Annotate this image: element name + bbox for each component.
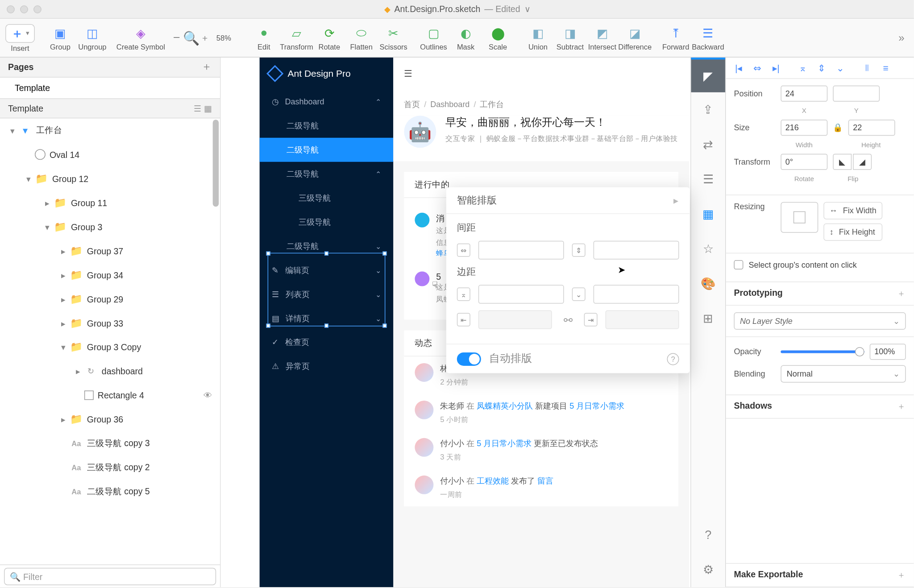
- visibility-icon[interactable]: 👁: [204, 390, 212, 400]
- group-button[interactable]: ▣Group: [44, 25, 76, 50]
- spacing-v-input[interactable]: [594, 241, 679, 260]
- layer-style-select[interactable]: No Layer Style⌄: [734, 312, 906, 330]
- rotate-button[interactable]: ⟳Rotate: [313, 25, 345, 50]
- select-group-checkbox[interactable]: [734, 260, 743, 269]
- auto-layout-toggle[interactable]: [457, 352, 481, 365]
- create-symbol-button[interactable]: ◈Create Symbol: [116, 25, 165, 50]
- margin-right-input[interactable]: [606, 311, 679, 329]
- filter-input[interactable]: 🔍 Filter: [4, 568, 216, 585]
- chevron-icon[interactable]: ▸: [58, 318, 70, 328]
- margin-top-input[interactable]: [478, 285, 564, 304]
- chevron-icon[interactable]: ▸: [72, 366, 84, 376]
- title-chevron-icon[interactable]: ∨: [524, 4, 531, 14]
- lock-size-icon[interactable]: 🔒: [833, 123, 843, 133]
- help-icon[interactable]: ?: [667, 353, 679, 365]
- chevron-icon[interactable]: ▸: [58, 270, 70, 280]
- layer-list[interactable]: ▾▾工作台Oval 14▾📁Group 12▸📁Group 11▾📁Group …: [0, 118, 220, 564]
- fix-width-button[interactable]: ↔Fix Width: [823, 202, 882, 219]
- width-input[interactable]: 216: [781, 120, 827, 136]
- scrollbar-thumb[interactable]: [213, 120, 219, 207]
- distribute-h-icon[interactable]: ⫴: [858, 60, 876, 76]
- plugin-tab-export-icon[interactable]: ⇪: [691, 92, 725, 127]
- rotate-input[interactable]: 0°: [781, 154, 827, 170]
- link-margins-icon[interactable]: ⚯: [560, 313, 576, 326]
- align-middle-icon[interactable]: ⇕: [813, 60, 830, 76]
- list-view-icon[interactable]: ☰: [194, 104, 202, 113]
- ungroup-button[interactable]: ◫Ungroup: [76, 25, 108, 50]
- difference-button[interactable]: ◪Difference: [618, 25, 652, 50]
- align-top-icon[interactable]: ⌅: [794, 60, 811, 76]
- fix-height-button[interactable]: ↕Fix Height: [823, 224, 882, 241]
- transform-button[interactable]: ▱Transform: [280, 25, 313, 50]
- chevron-icon[interactable]: ▾: [7, 125, 19, 135]
- forward-button[interactable]: ⤒Forward: [660, 25, 692, 50]
- align-right-icon[interactable]: ▸|: [767, 60, 785, 76]
- mask-button[interactable]: ◐Mask: [450, 25, 482, 50]
- margin-left-input[interactable]: [478, 311, 552, 329]
- nav-l3-item[interactable]: 三级导航: [260, 186, 394, 210]
- opacity-slider[interactable]: [781, 350, 864, 353]
- nav-error-page[interactable]: ⚠异常页: [260, 354, 394, 378]
- chevron-icon[interactable]: ▸: [42, 198, 54, 207]
- add-page-button[interactable]: ＋: [201, 60, 212, 74]
- chevron-icon[interactable]: ▸: [58, 294, 70, 304]
- layer-row[interactable]: ▸📁Group 33: [0, 311, 220, 335]
- layer-row[interactable]: ▾📁Group 12: [0, 166, 220, 190]
- smart-layout-panel[interactable]: 智能排版▸ 间距 ⇔ ⇕ 边距 ⌅ ⌄ ⇤: [446, 187, 690, 373]
- outlines-button[interactable]: ▢Outlines: [418, 25, 450, 50]
- nav-l3-item[interactable]: 三级导航: [260, 210, 394, 234]
- plugin-help-icon[interactable]: ?: [691, 518, 725, 552]
- layer-row[interactable]: ▾▾工作台: [0, 118, 220, 142]
- layer-row[interactable]: ▸📁Group 29: [0, 287, 220, 311]
- plugin-tab-star-icon[interactable]: ☆: [691, 232, 725, 266]
- layer-row[interactable]: ▸↻dashboard: [0, 359, 220, 383]
- layer-row[interactable]: ▾📁Group 3 Copy: [0, 335, 220, 359]
- layer-row[interactable]: ▸📁Group 11: [0, 190, 220, 215]
- insert-button[interactable]: ＋▾ Insert: [4, 24, 36, 52]
- nav-l2-item[interactable]: 二级导航⌃: [260, 162, 394, 186]
- layer-row[interactable]: Aa二级导航 copy 5: [0, 480, 220, 504]
- opacity-input[interactable]: 100%: [870, 344, 906, 360]
- margin-bottom-input[interactable]: [594, 285, 679, 304]
- chevron-icon[interactable]: ▾: [23, 174, 35, 183]
- edit-button[interactable]: ●Edit: [248, 25, 280, 50]
- scissors-button[interactable]: ✂Scissors: [378, 25, 410, 50]
- backward-button[interactable]: ☰Backward: [692, 25, 724, 50]
- chevron-icon[interactable]: ▾: [58, 342, 70, 352]
- layer-row[interactable]: Aa三级导航 copy 2: [0, 455, 220, 480]
- flip-v-icon[interactable]: ◢: [853, 154, 872, 170]
- layer-row[interactable]: Oval 14: [0, 142, 220, 166]
- layer-row[interactable]: Aa三级导航 copy 3: [0, 431, 220, 455]
- chevron-icon[interactable]: ▾: [42, 222, 54, 232]
- plugin-tab-layout-icon[interactable]: ▦: [691, 197, 725, 232]
- union-button[interactable]: ◧Union: [522, 25, 554, 50]
- layer-row[interactable]: Rectangle 4👁: [0, 383, 220, 407]
- intersect-button[interactable]: ◩Intersect: [586, 25, 618, 50]
- align-left-icon[interactable]: |◂: [730, 60, 747, 76]
- plugin-tab-list-icon[interactable]: ☰: [691, 162, 725, 197]
- traffic-close-icon[interactable]: [7, 5, 15, 13]
- flatten-button[interactable]: ⬭Flatten: [345, 25, 378, 50]
- traffic-max-icon[interactable]: [33, 5, 42, 13]
- traffic-min-icon[interactable]: [20, 5, 28, 13]
- nav-check-page[interactable]: ✓检查页: [260, 331, 394, 355]
- toolbar-overflow-icon[interactable]: »: [898, 32, 910, 44]
- chevron-right-icon[interactable]: ▸: [673, 194, 679, 206]
- resizing-control[interactable]: [781, 202, 818, 233]
- nav-l2-active[interactable]: 二级导航: [260, 138, 394, 162]
- plugin-tab-grid-icon[interactable]: ⊞: [691, 301, 725, 336]
- zoom-out-button[interactable]: −: [173, 31, 180, 45]
- nav-l2-item[interactable]: 二级导航: [260, 114, 394, 138]
- nav-dashboard[interactable]: ◷Dashboard⌃: [260, 90, 394, 114]
- position-x-input[interactable]: 24: [781, 86, 827, 102]
- align-bottom-icon[interactable]: ⌄: [831, 60, 849, 76]
- spacing-h-input[interactable]: [478, 241, 564, 260]
- layer-row[interactable]: ▸📁Group 36: [0, 407, 220, 431]
- add-shadow-button[interactable]: ＋: [897, 401, 906, 413]
- height-input[interactable]: 22: [848, 120, 895, 136]
- chevron-icon[interactable]: ▸: [58, 414, 70, 424]
- grid-view-icon[interactable]: ▦: [204, 104, 212, 113]
- zoom-in-button[interactable]: +: [202, 33, 208, 43]
- subtract-button[interactable]: ◨Subtract: [554, 25, 586, 50]
- layer-row[interactable]: ▸📁Group 37: [0, 239, 220, 263]
